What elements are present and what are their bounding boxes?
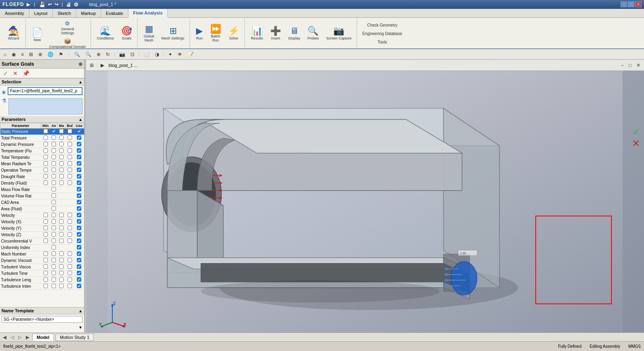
checkbox-av-12[interactable] bbox=[52, 206, 56, 211]
checkbox-bul-19[interactable] bbox=[68, 251, 72, 256]
comp-domain-button[interactable]: 📦 Computational Domain bbox=[47, 37, 88, 50]
checkbox-bul-23[interactable] bbox=[68, 277, 72, 282]
checkbox-use-10[interactable] bbox=[77, 193, 81, 198]
goals-button[interactable]: 🎯 Goals bbox=[118, 24, 135, 42]
minimize-button[interactable]: − bbox=[621, 2, 627, 7]
checkbox-bul-5[interactable] bbox=[68, 161, 72, 166]
checkbox-av-2[interactable] bbox=[52, 142, 56, 146]
view-zoom-icon[interactable]: ⊕ bbox=[95, 50, 103, 58]
checkbox-av-20[interactable] bbox=[52, 258, 56, 262]
panel-close-icon[interactable]: ⊗ bbox=[78, 61, 83, 67]
checkbox-use-0[interactable] bbox=[77, 129, 81, 133]
check-geometry-button[interactable]: Check Geometry bbox=[360, 21, 404, 29]
view-search-icon[interactable]: 🔍 bbox=[72, 50, 82, 58]
checkbox-ma-4[interactable] bbox=[59, 155, 64, 159]
checkbox-use-9[interactable] bbox=[77, 187, 81, 191]
checkbox-av-6[interactable] bbox=[52, 168, 56, 172]
checkbox-av-16[interactable] bbox=[52, 232, 56, 237]
tab-evaluate[interactable]: Evaluate bbox=[101, 9, 128, 17]
run-button[interactable]: ▶ Run bbox=[193, 24, 206, 42]
checkbox-ma-6[interactable] bbox=[59, 168, 64, 172]
checkbox-min-14[interactable] bbox=[43, 219, 48, 224]
view-flag-icon[interactable]: ⚑ bbox=[57, 50, 65, 58]
table-row[interactable]: Turbulence Inten bbox=[0, 283, 84, 290]
checkbox-use-15[interactable] bbox=[77, 226, 81, 230]
vp-minimize-icon[interactable]: − bbox=[619, 61, 626, 69]
checkbox-ma-8[interactable] bbox=[59, 181, 64, 185]
checkbox-ma-19[interactable] bbox=[59, 251, 64, 256]
checkbox-min-24[interactable] bbox=[43, 284, 48, 288]
checkbox-bul-7[interactable] bbox=[68, 174, 72, 179]
checkbox-ma-16[interactable] bbox=[59, 232, 64, 237]
checkbox-av-14[interactable] bbox=[52, 219, 56, 224]
view-hide-icon[interactable]: 👁 bbox=[175, 50, 184, 58]
name-template-header[interactable]: Name Template ▲ bbox=[0, 307, 84, 314]
checkbox-min-6[interactable] bbox=[43, 168, 48, 172]
checkbox-min-16[interactable] bbox=[43, 232, 48, 237]
checkbox-ma-13[interactable] bbox=[59, 213, 64, 217]
checkbox-av-4[interactable] bbox=[52, 155, 56, 159]
checkbox-av-9[interactable] bbox=[52, 187, 56, 191]
table-row[interactable]: Dynamic Pressure bbox=[0, 141, 84, 148]
pin-button[interactable]: 📌 bbox=[21, 69, 31, 77]
settings-icon[interactable]: ⚙ bbox=[74, 2, 78, 8]
view-home-icon[interactable]: ⌂ bbox=[2, 50, 8, 58]
table-row[interactable]: Static Pressure bbox=[0, 129, 84, 135]
tab-flow-analysis[interactable]: Flow Analysis bbox=[128, 9, 168, 18]
checkbox-ma-14[interactable] bbox=[59, 219, 64, 224]
redo-icon[interactable]: ↪ bbox=[54, 2, 58, 7]
close-button[interactable]: ✕ bbox=[635, 2, 642, 7]
print-icon[interactable]: 🖨 bbox=[66, 2, 71, 8]
screen-capture-button[interactable]: 📷 Screen Capture bbox=[323, 24, 354, 42]
table-row[interactable]: Total Pressure bbox=[0, 135, 84, 141]
checkbox-bul-21[interactable] bbox=[68, 264, 72, 269]
table-row[interactable]: Draught Rate bbox=[0, 174, 84, 180]
tab-left-icon[interactable]: ◁ bbox=[9, 334, 15, 340]
name-template-input[interactable] bbox=[2, 316, 83, 323]
table-row[interactable]: Mach Number bbox=[0, 251, 84, 258]
table-row[interactable]: Turbulence Leng bbox=[0, 277, 84, 283]
checkbox-bul-4[interactable] bbox=[68, 155, 72, 159]
checkbox-min-22[interactable] bbox=[43, 271, 48, 275]
checkbox-use-20[interactable] bbox=[77, 258, 81, 262]
checkbox-av-0[interactable] bbox=[52, 129, 56, 133]
checkbox-min-23[interactable] bbox=[43, 277, 48, 282]
view-globe-icon[interactable]: 🌐 bbox=[45, 50, 56, 58]
table-row[interactable]: Dynamic Viscosit bbox=[0, 258, 84, 264]
table-row[interactable]: Velocity bbox=[0, 212, 84, 219]
table-row[interactable]: Mass Flow Rate bbox=[0, 187, 84, 193]
checkbox-ma-22[interactable] bbox=[59, 271, 64, 275]
table-row[interactable]: Mean Radiant Te bbox=[0, 161, 84, 167]
checkbox-bul-3[interactable] bbox=[68, 148, 72, 153]
view-camera-icon[interactable]: 📷 bbox=[117, 50, 127, 58]
checkbox-bul-20[interactable] bbox=[68, 258, 72, 262]
table-row[interactable]: Area (Fluid) bbox=[0, 206, 84, 212]
view-orient-icon[interactable]: ⊡ bbox=[128, 50, 136, 58]
tools-button[interactable]: Tools bbox=[360, 38, 404, 46]
checkbox-use-11[interactable] bbox=[77, 200, 81, 204]
checkbox-av-24[interactable] bbox=[52, 284, 56, 288]
table-row[interactable]: Uniformity Index bbox=[0, 245, 84, 251]
checkbox-min-19[interactable] bbox=[43, 251, 48, 256]
vp-file-icon[interactable]: ▶ bbox=[99, 61, 106, 69]
selection-section-header[interactable]: Selection ▲ bbox=[0, 78, 84, 85]
checkbox-min-21[interactable] bbox=[43, 264, 48, 269]
checkbox-av-15[interactable] bbox=[52, 226, 56, 230]
insert-button[interactable]: ➕ Insert bbox=[267, 24, 284, 42]
checkbox-min-3[interactable] bbox=[43, 148, 48, 153]
checkbox-use-24[interactable] bbox=[77, 284, 81, 288]
tab-motion-study[interactable]: Motion Study 1 bbox=[56, 334, 94, 341]
mesh-settings-button[interactable]: ⊞ Mesh Settings bbox=[159, 24, 187, 42]
cancel-action-button[interactable]: ✕ bbox=[11, 69, 19, 77]
results-button[interactable]: 📊 Results bbox=[248, 24, 266, 42]
checkbox-use-22[interactable] bbox=[77, 271, 81, 275]
checkbox-use-19[interactable] bbox=[77, 251, 81, 256]
params-header[interactable]: Parameters ▲ bbox=[0, 116, 84, 123]
checkbox-min-1[interactable] bbox=[43, 135, 48, 140]
tab-layout[interactable]: Layout bbox=[29, 9, 53, 17]
table-row[interactable]: Density (Fluid) bbox=[0, 180, 84, 187]
global-mesh-button[interactable]: ▦ GlobalMesh bbox=[141, 22, 157, 44]
general-settings-button[interactable]: ⚙ GeneralSettings bbox=[47, 19, 88, 36]
probes-button[interactable]: 🔍 Probes bbox=[305, 24, 322, 42]
checkbox-bul-16[interactable] bbox=[68, 232, 72, 237]
